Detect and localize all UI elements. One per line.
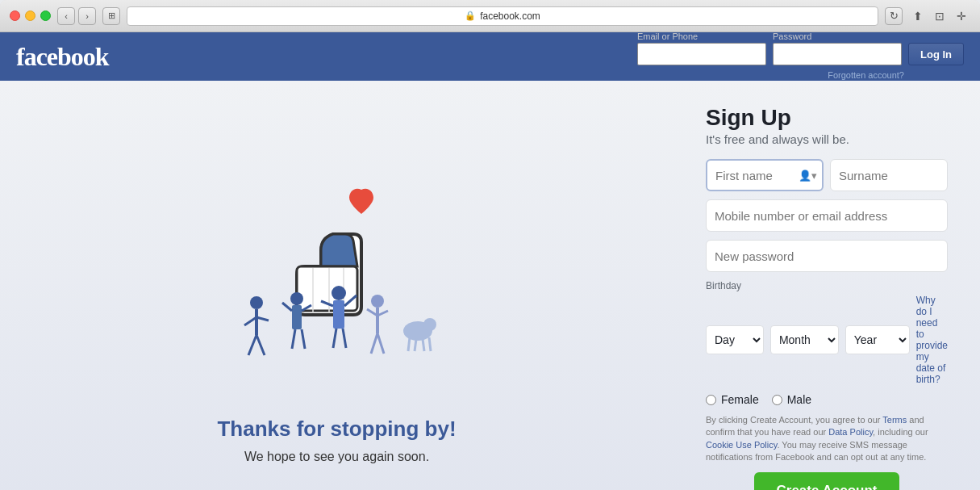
reload-button[interactable]: ↻ [885,7,903,25]
cookie-policy-link[interactable]: Cookie Use Policy [706,440,777,450]
tagline-sub: We hope to see you again soon. [217,450,456,464]
svg-line-31 [415,339,416,351]
minimize-button[interactable] [25,10,35,21]
signup-form: 👤▾ Birthday [706,159,948,490]
male-label: Male [787,393,811,406]
header-login-area: Email or Phone Password Log In Forgotten… [637,31,964,82]
svg-rect-11 [292,305,302,329]
female-radio[interactable] [706,395,716,405]
svg-line-15 [302,329,305,349]
forgotten-account-link[interactable]: Forgotten account? [828,70,904,80]
email-field-group: Email or Phone [637,31,766,65]
browser-window: ‹ › ⊞ 🔒 facebook.com ↻ ⬆ ⊡ ✛ facebook Em… [0,0,980,490]
name-row: 👤▾ [706,159,948,191]
mobile-email-input[interactable] [706,199,948,232]
fb-main-content: Thanks for stopping by! We hope to see y… [0,81,980,490]
close-button[interactable] [10,10,20,21]
fb-left-panel: Thanks for stopping by! We hope to see y… [0,81,673,490]
svg-line-33 [429,337,431,351]
month-select[interactable]: Month [770,325,839,354]
fb-signup-panel: Sign Up It's free and always will be. 👤▾ [673,81,980,490]
back-button[interactable]: ‹ [57,7,75,25]
svg-line-20 [333,329,336,348]
data-policy-link[interactable]: Data Policy [828,427,873,437]
forward-button[interactable]: › [78,7,96,25]
signup-title: Sign Up [706,105,948,131]
thumbs-up-illustration [208,174,466,400]
illustration [208,174,466,400]
first-name-input[interactable] [706,159,824,191]
birthday-why-link[interactable]: Why do I need to provide my date of birt… [916,295,948,385]
tab-button[interactable]: ⊞ [102,7,120,25]
address-bar[interactable]: 🔒 facebook.com [127,6,878,26]
svg-line-7 [256,317,269,320]
birthday-label: Birthday [706,280,948,291]
fb-header: facebook Email or Phone Password Log In … [0,32,980,81]
bookmark-button[interactable]: ⊡ [931,7,949,25]
new-tab-button[interactable]: ✛ [953,7,970,25]
create-account-button[interactable]: Create Account [754,472,899,490]
svg-point-22 [371,295,384,308]
password-field-group: Password [773,31,902,65]
password-label: Password [773,31,902,41]
svg-line-26 [371,333,377,354]
svg-point-29 [423,318,436,331]
email-label: Email or Phone [637,31,766,41]
svg-line-32 [423,339,424,351]
svg-rect-17 [333,300,344,329]
day-select[interactable]: Day [706,325,764,354]
svg-line-6 [244,317,256,325]
svg-point-16 [332,286,346,300]
svg-point-4 [250,296,263,309]
female-label: Female [721,393,759,406]
email-input[interactable] [637,43,766,65]
facebook-page: facebook Email or Phone Password Log In … [0,32,980,490]
surname-input[interactable] [830,159,948,191]
male-radio[interactable] [772,395,782,405]
password-input[interactable] [773,43,902,65]
svg-point-10 [290,292,303,305]
login-button[interactable]: Log In [908,43,964,65]
svg-line-12 [282,303,292,311]
svg-line-27 [377,333,384,354]
gender-row: Female Male [706,393,948,406]
female-option[interactable]: Female [706,393,759,406]
svg-line-9 [256,335,265,355]
svg-line-21 [343,329,346,348]
browser-actions: ⬆ ⊡ ✛ [909,7,970,25]
birthday-row: Day Month Year Why do I need to provide … [706,295,948,385]
birthday-section: Birthday Day Month Year Why do I ne [706,280,948,385]
surname-field [830,159,948,191]
share-button[interactable]: ⬆ [909,7,927,25]
svg-line-14 [292,329,295,349]
traffic-lights [10,10,51,21]
svg-line-30 [408,337,410,351]
fb-tagline: Thanks for stopping by! We hope to see y… [217,416,456,464]
signup-subtitle: It's free and always will be. [706,132,948,146]
male-option[interactable]: Male [772,393,811,406]
maximize-button[interactable] [40,10,51,21]
new-password-input[interactable] [706,240,948,272]
svg-line-8 [248,335,256,355]
url-text: facebook.com [480,10,540,22]
year-select[interactable]: Year [845,325,910,354]
nav-buttons: ‹ › [57,7,96,25]
terms-text: By clicking Create Account, you agree to… [706,414,948,464]
tagline-main: Thanks for stopping by! [217,416,456,443]
first-name-field: 👤▾ [706,159,824,191]
lock-icon: 🔒 [465,10,476,21]
header-inputs-row: Email or Phone Password Log In [637,31,964,65]
facebook-logo: facebook [16,42,637,72]
browser-titlebar: ‹ › ⊞ 🔒 facebook.com ↻ ⬆ ⊡ ✛ [0,0,980,32]
terms-link[interactable]: Terms [882,415,907,425]
